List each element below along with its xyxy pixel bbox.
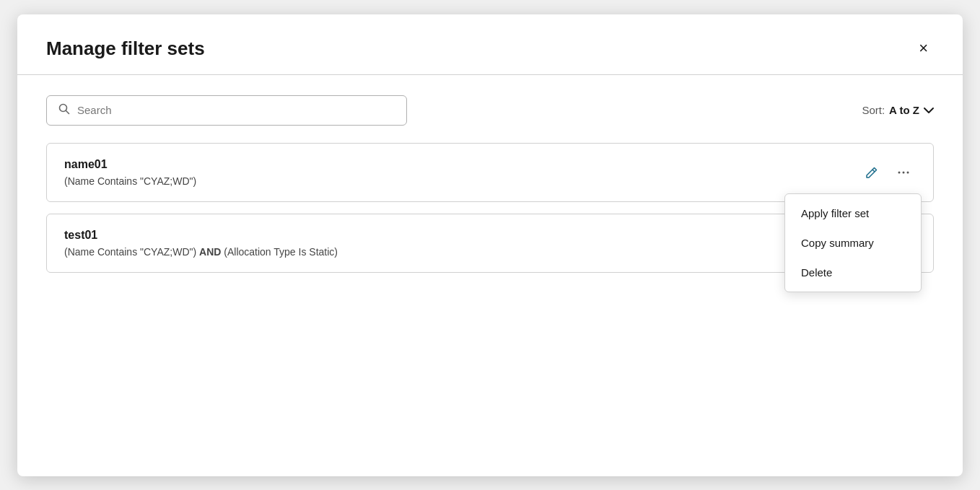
modal-header: Manage filter sets × [17, 14, 963, 74]
toolbar: Sort: A to Z [46, 95, 934, 126]
filter-name: name01 [64, 158, 196, 171]
svg-point-3 [898, 171, 901, 173]
filter-info: test01 (Name Contains "CYAZ;WD") AND (Al… [64, 229, 338, 258]
search-icon [58, 103, 70, 118]
copy-summary-item[interactable]: Copy summary [785, 228, 921, 258]
svg-point-5 [907, 171, 909, 173]
close-button[interactable]: × [913, 38, 934, 59]
svg-line-1 [66, 110, 69, 113]
sort-control[interactable]: Sort: A to Z [862, 104, 934, 116]
modal-title: Manage filter sets [46, 38, 205, 60]
manage-filter-sets-modal: Manage filter sets × Sort: A to Z [17, 14, 963, 476]
dropdown-menu: Apply filter set Copy summary Delete [784, 193, 922, 292]
filter-actions: Apply filter set Copy summary Delete [859, 162, 916, 183]
more-options-button[interactable] [891, 162, 916, 183]
delete-item[interactable]: Delete [785, 258, 921, 287]
modal-body: Sort: A to Z name01 (Name Contains "CYAZ… [17, 95, 963, 313]
edit-filter-button[interactable] [859, 162, 884, 183]
search-input[interactable] [77, 104, 395, 116]
chevron-down-icon [924, 105, 934, 116]
filter-list: name01 (Name Contains "CYAZ;WD") [46, 143, 934, 284]
filter-name: test01 [64, 229, 338, 242]
header-divider [17, 74, 963, 75]
filter-info: name01 (Name Contains "CYAZ;WD") [64, 158, 196, 187]
sort-label: Sort: [862, 104, 885, 116]
apply-filter-set-item[interactable]: Apply filter set [785, 198, 921, 228]
filter-description: (Name Contains "CYAZ;WD") [64, 175, 196, 187]
svg-line-2 [872, 170, 875, 172]
more-menu-container: Apply filter set Copy summary Delete [891, 162, 916, 183]
filter-item: name01 (Name Contains "CYAZ;WD") [46, 143, 934, 202]
filter-description: (Name Contains "CYAZ;WD") AND (Allocatio… [64, 246, 338, 258]
sort-value: A to Z [889, 104, 919, 116]
search-box[interactable] [46, 95, 407, 126]
svg-point-4 [903, 171, 905, 173]
